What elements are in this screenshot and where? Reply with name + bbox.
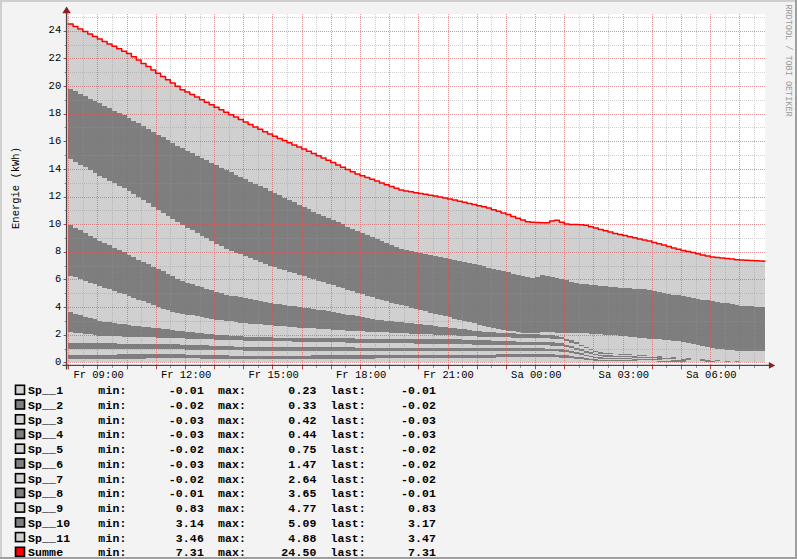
svg-text:Fr 09:00: Fr 09:00 [73,369,123,381]
svg-text:Sp__3 min: -0.03 max: Sp__3 min: -0.03 max: 0.42 last: -0.03 [28,414,436,427]
svg-text:Sa 06:00: Sa 06:00 [686,369,736,381]
svg-text:Sp__11 min: 3.46 max: Sp__11 min: 3.46 max: 4.88 last: 3.47 [28,532,436,545]
svg-text:Sp__6 min: -0.03 max: Sp__6 min: -0.03 max: 1.47 last: -0.02 [28,458,436,471]
svg-text:Sp__2 min: -0.02 max: Sp__2 min: -0.02 max: 0.33 last: -0.02 [28,399,436,412]
svg-text:8: 8 [55,245,61,257]
svg-text:Sp__4 min: -0.03 max: Sp__4 min: -0.03 max: 0.44 last: -0.03 [28,428,436,441]
svg-text:Sa 03:00: Sa 03:00 [599,369,649,381]
svg-text:Fr 21:00: Fr 21:00 [423,369,473,381]
svg-text:2: 2 [55,328,61,340]
svg-text:16: 16 [49,135,62,147]
svg-text:Fr 12:00: Fr 12:00 [161,369,211,381]
svg-text:6: 6 [55,273,61,285]
svg-text:18: 18 [49,107,62,119]
svg-text:RRDTOOL / TOBI OETIKER: RRDTOOL / TOBI OETIKER [783,4,793,116]
svg-text:Fr 18:00: Fr 18:00 [336,369,386,381]
svg-text:Sp__5 min: -0.02 max: Sp__5 min: -0.02 max: 0.75 last: -0.02 [28,443,436,456]
svg-text:Sa 00:00: Sa 00:00 [511,369,561,381]
svg-text:Sp__8 min: -0.01 max: Sp__8 min: -0.01 max: 3.65 last: -0.01 [28,487,436,500]
svg-text:0: 0 [55,356,61,368]
svg-text:Energie (kWh): Energie (kWh) [10,147,22,229]
svg-text:10: 10 [49,218,62,230]
svg-text:Fr 15:00: Fr 15:00 [248,369,298,381]
svg-text:20: 20 [49,80,62,92]
svg-text:Sp__1 min: -0.01 max: Sp__1 min: -0.01 max: 0.23 last: -0.01 [28,384,436,397]
svg-text:4: 4 [55,301,61,313]
svg-text:24: 24 [49,24,62,36]
svg-text:14: 14 [49,163,62,175]
svg-text:Sp__7 min: -0.02 max: Sp__7 min: -0.02 max: 2.64 last: -0.02 [28,473,436,486]
svg-text:Sp__10 min: 3.14 max: Sp__10 min: 3.14 max: 5.09 last: 3.17 [28,517,436,530]
svg-text:Sp__9 min: 0.83 max: Sp__9 min: 0.83 max: 4.77 last: 0.83 [28,502,436,515]
svg-text:22: 22 [49,52,62,64]
svg-text:12: 12 [49,190,62,202]
svg-text:Summe min: 7.31 max: Summe min: 7.31 max: 24.50 last: 7.31 [28,546,436,559]
